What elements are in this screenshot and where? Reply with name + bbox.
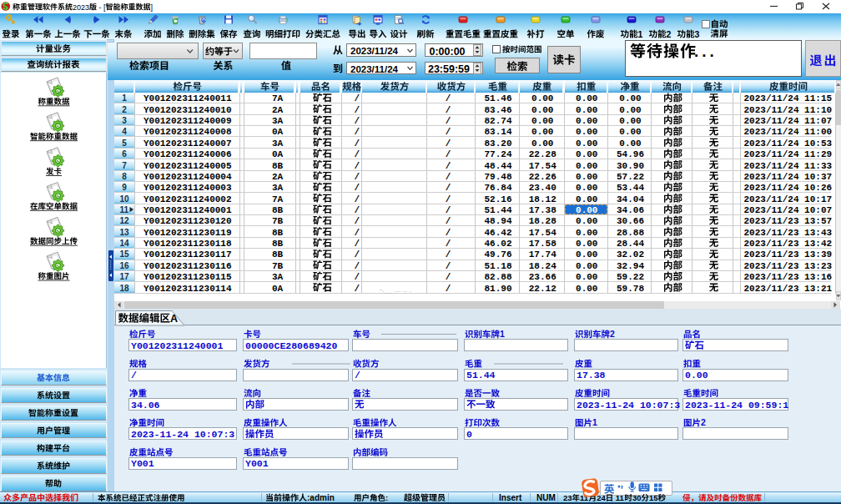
svg-text:/: / — [354, 284, 360, 294]
svg-text:Y001202311240003: Y001202311240003 — [144, 183, 232, 193]
svg-text:51.46: 51.46 — [485, 93, 512, 103]
svg-text:/: / — [446, 205, 451, 215]
svg-text:0.00: 0.00 — [531, 116, 553, 126]
svg-text:0.00: 0.00 — [576, 139, 597, 149]
svg-text:/: / — [354, 239, 360, 249]
svg-text:2023/11/24 11:10: 2023/11/24 11:10 — [744, 105, 833, 115]
svg-text:/: / — [354, 228, 360, 238]
svg-text:2023/11/24 11:15: 2023/11/24 11:15 — [744, 93, 833, 103]
svg-text:82.88: 82.88 — [485, 272, 512, 282]
svg-text:/: / — [354, 161, 360, 171]
svg-text:57.22: 57.22 — [617, 172, 644, 182]
svg-text:17.58: 17.58 — [529, 239, 556, 249]
svg-text:2023/11/23 13:43: 2023/11/23 13:43 — [744, 228, 833, 238]
svg-text:/: / — [446, 127, 451, 137]
svg-text:]: ] — [151, 3, 154, 12]
svg-text:0: 0 — [466, 429, 472, 440]
svg-text:0.00: 0.00 — [531, 127, 553, 137]
svg-text:3A: 3A — [272, 183, 284, 193]
svg-text:/: / — [354, 116, 360, 126]
svg-text:0.00: 0.00 — [576, 127, 597, 137]
svg-text:Y001202311240006: Y001202311240006 — [144, 149, 232, 159]
svg-text:Y001202311230115: Y001202311230115 — [144, 272, 232, 282]
svg-text:51.44: 51.44 — [466, 370, 496, 381]
svg-text:18.12: 18.12 — [529, 194, 556, 204]
svg-text:0A: 0A — [272, 149, 284, 159]
svg-text:0.00: 0.00 — [576, 161, 597, 171]
svg-text:18.28: 18.28 — [529, 216, 556, 226]
svg-text:2023/11/24 10:53: 2023/11/24 10:53 — [744, 139, 833, 149]
svg-text:2023/11/24 11:29: 2023/11/24 11:29 — [744, 149, 833, 159]
svg-text:3: 3 — [695, 29, 700, 39]
svg-text:0A: 0A — [272, 127, 284, 137]
svg-text:Y001202311240007: Y001202311240007 — [144, 139, 232, 149]
svg-text::admin: :admin — [307, 493, 335, 502]
svg-text:34.04: 34.04 — [617, 194, 644, 204]
svg-text:/: / — [354, 93, 360, 103]
svg-text:1: 1 — [638, 29, 643, 39]
svg-text:/: / — [446, 116, 451, 126]
svg-text:/: / — [355, 370, 360, 381]
svg-text:Y001202311240001: Y001202311240001 — [131, 340, 224, 351]
svg-text:0.00: 0.00 — [619, 93, 641, 103]
svg-text:/: / — [446, 172, 451, 182]
svg-text:2023: 2023 — [73, 3, 89, 12]
svg-text:53.44: 53.44 — [617, 183, 644, 193]
svg-text:7: 7 — [122, 161, 127, 170]
svg-text:7B: 7B — [272, 261, 284, 271]
svg-text:32.94: 32.94 — [617, 261, 644, 271]
svg-text:83.46: 83.46 — [485, 105, 512, 115]
svg-text:79.48: 79.48 — [485, 172, 512, 182]
svg-text:30: 30 — [632, 493, 642, 502]
svg-text:46.02: 46.02 — [485, 239, 512, 249]
svg-text:8B: 8B — [272, 228, 284, 238]
svg-text:3A: 3A — [272, 139, 284, 149]
svg-text:A: A — [170, 313, 178, 325]
svg-text:0:00:00: 0:00:00 — [429, 46, 465, 58]
svg-text:17.54: 17.54 — [529, 228, 556, 238]
svg-text:2023/11/23 13:39: 2023/11/23 13:39 — [744, 249, 833, 260]
svg-text:2023/11/23 13:57: 2023/11/23 13:57 — [744, 216, 833, 226]
svg-text:22.26: 22.26 — [529, 172, 556, 182]
svg-text:/: / — [354, 105, 360, 115]
svg-text:Y001202311240010: Y001202311240010 — [144, 105, 232, 115]
svg-text:/: / — [446, 105, 451, 115]
svg-text:52.16: 52.16 — [485, 194, 512, 204]
svg-text:/: / — [446, 161, 451, 171]
svg-text:00000CE280689420: 00000CE280689420 — [245, 340, 338, 351]
svg-text:/: / — [354, 172, 360, 182]
svg-text:2023/11/23 13:16: 2023/11/23 13:16 — [744, 272, 833, 282]
svg-text:30.66: 30.66 — [617, 216, 644, 226]
svg-text:9: 9 — [122, 183, 127, 192]
svg-text:2: 2 — [610, 329, 615, 339]
svg-text:0.00: 0.00 — [576, 249, 597, 260]
svg-text:18.24: 18.24 — [529, 261, 556, 271]
svg-text:5: 5 — [122, 139, 127, 148]
svg-text:2: 2 — [122, 105, 127, 114]
svg-text:/: / — [446, 239, 451, 249]
svg-text:7A: 7A — [272, 194, 284, 204]
svg-text:2: 2 — [701, 417, 706, 427]
svg-text:18: 18 — [119, 284, 129, 293]
svg-text:8B: 8B — [272, 161, 284, 171]
svg-text:0.00: 0.00 — [576, 261, 597, 271]
svg-text:/: / — [446, 249, 451, 260]
svg-text:2023/11/23 13:21: 2023/11/23 13:21 — [744, 284, 833, 294]
svg-text:8B: 8B — [272, 239, 284, 249]
svg-text:17.38: 17.38 — [577, 370, 606, 381]
svg-text:/: / — [131, 370, 137, 381]
svg-text:0.00: 0.00 — [685, 370, 708, 381]
svg-text:2023/11/23 13:23: 2023/11/23 13:23 — [744, 261, 833, 271]
svg-text:Y001202311240011: Y001202311240011 — [144, 93, 232, 103]
svg-text:59.78: 59.78 — [617, 284, 644, 294]
svg-text:/: / — [354, 216, 360, 226]
svg-text:/: / — [446, 139, 451, 149]
svg-text:Y001202311230119: Y001202311230119 — [144, 228, 232, 238]
svg-text:83.14: 83.14 — [485, 127, 512, 137]
svg-text:/: / — [354, 272, 360, 282]
svg-text:2A: 2A — [272, 172, 284, 182]
svg-text:54.96: 54.96 — [617, 149, 644, 159]
svg-text:2023/11/24: 2023/11/24 — [350, 46, 399, 56]
svg-text:24: 24 — [597, 493, 606, 502]
svg-text:Y001202311230117: Y001202311230117 — [144, 249, 232, 260]
